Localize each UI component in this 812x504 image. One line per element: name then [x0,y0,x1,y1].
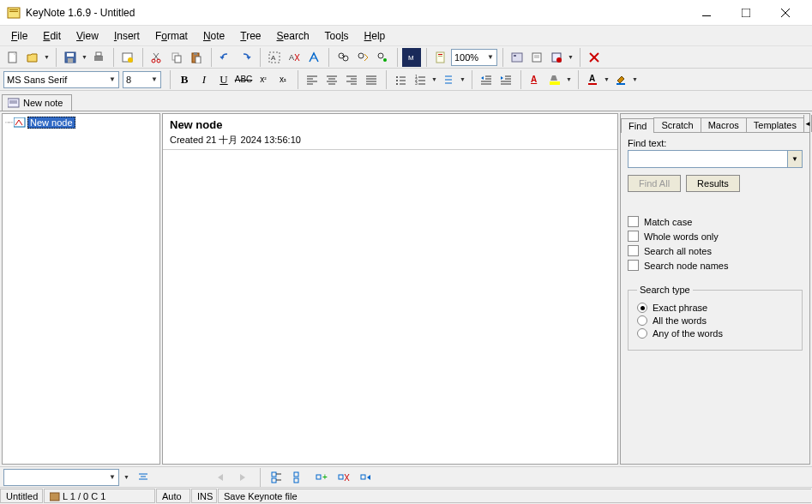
tree-delete-icon[interactable] [334,468,353,487]
text-color-dropdown-icon[interactable]: ▼ [603,70,611,89]
menu-note[interactable]: Note [195,27,232,45]
open-file-icon[interactable] [23,48,42,67]
editor-panel[interactable]: New node Created 21 十月 2024 13:56:10 [162,113,618,465]
find-next-icon[interactable] [373,48,392,67]
indent-icon[interactable] [496,70,515,89]
properties-icon[interactable] [527,48,546,67]
tree-move-icon[interactable] [357,468,376,487]
redo-icon[interactable] [236,48,255,67]
svg-rect-38 [436,52,444,63]
align-right-icon[interactable] [342,70,361,89]
tree-collapse-icon[interactable] [290,468,309,487]
sidebar-tab-left-icon[interactable]: ◄ [803,115,811,132]
bg-color-dropdown-icon[interactable]: ▼ [631,70,639,89]
bullets-icon[interactable] [391,70,410,89]
line-spacing-dropdown-icon[interactable]: ▼ [459,70,466,89]
find-all-button[interactable]: Find All [628,175,681,192]
copy-icon[interactable] [167,48,186,67]
menu-tree[interactable]: Tree [232,27,268,45]
search-all-notes-checkbox[interactable]: Search all notes [628,245,803,256]
numbering-icon[interactable]: 123 [411,70,430,89]
menu-help[interactable]: Help [357,27,394,45]
search-node-names-checkbox[interactable]: Search node names [628,260,803,271]
new-file-icon[interactable] [3,48,22,67]
style-dropdown-icon[interactable]: ▼ [123,468,130,487]
menu-search[interactable]: Search [269,27,317,45]
nav-back-icon[interactable] [211,468,230,487]
match-case-checkbox[interactable]: Match case [628,216,803,227]
paste-icon[interactable] [187,48,206,67]
line-spacing-icon[interactable] [439,70,458,89]
find-icon[interactable] [334,48,352,67]
size-combo[interactable]: 8▼ [123,71,161,88]
maximize-button[interactable] [726,0,766,26]
select-all-icon[interactable]: A [265,48,284,67]
minimize-button[interactable] [687,0,726,26]
replace-icon[interactable] [353,48,372,67]
menu-insert[interactable]: Insert [106,27,147,45]
undo-icon[interactable] [216,48,235,67]
delete-icon[interactable] [585,48,604,67]
underline-icon[interactable]: U [214,70,233,89]
template-icon[interactable] [431,48,450,67]
all-words-radio[interactable]: All the words [637,315,793,326]
nav-forward-icon[interactable] [233,468,252,487]
print-icon[interactable] [89,48,108,67]
superscript-icon[interactable]: x² [254,70,273,89]
save-dropdown-icon[interactable]: ▼ [81,48,88,67]
editor-body[interactable] [163,150,617,464]
find-dropdown-icon[interactable]: ▼ [787,151,802,167]
style-icon[interactable] [304,48,323,67]
menu-format[interactable]: Format [147,27,195,45]
exact-phrase-radio[interactable]: Exact phrase [637,303,793,313]
tree-expand-icon[interactable] [268,468,286,487]
tree-node-icon [14,117,26,128]
menu-file[interactable]: File [3,27,35,45]
text-color-icon[interactable]: A [583,70,602,89]
sidebar-tab-find[interactable]: Find [621,118,654,133]
sidebar-tab-scratch[interactable]: Scratch [653,117,701,132]
note-tab[interactable]: New note [2,94,72,111]
tree-node-label[interactable]: New node [27,117,75,129]
style-combo[interactable]: ▼ [3,469,119,486]
menu-edit[interactable]: Edit [35,27,69,45]
results-button[interactable]: Results [686,175,740,192]
outdent-icon[interactable] [477,70,496,89]
alarm-dropdown-icon[interactable]: ▼ [567,48,574,67]
bold-icon[interactable]: B [175,70,194,89]
find-text-input[interactable]: ▼ [628,150,803,168]
strikethrough-icon[interactable]: ABC [234,70,253,89]
align-justify-icon[interactable] [362,70,381,89]
sidebar-tab-macros[interactable]: Macros [701,117,747,132]
sidebar-tab-templates[interactable]: Templates [746,117,804,132]
align-left-icon[interactable] [303,70,322,89]
bg-color-icon[interactable] [611,70,630,89]
any-words-radio[interactable]: Any of the words [637,328,793,339]
cut-icon[interactable] [147,48,166,67]
note-properties-icon[interactable] [118,48,137,67]
tree-node[interactable]: ┈┈ New node [5,117,157,129]
align-center-icon[interactable] [322,70,341,89]
subscript-icon[interactable]: x₂ [274,70,292,89]
apply-style-icon[interactable] [134,468,153,487]
zoom-combo[interactable]: 100%▼ [451,49,497,66]
whole-words-checkbox[interactable]: Whole words only [628,231,803,242]
menu-tools[interactable]: Tools [317,27,357,45]
alarm-icon[interactable] [547,48,566,67]
clear-format-icon[interactable]: A [285,48,304,67]
tree-add-icon[interactable]: + [312,468,331,487]
close-button[interactable] [766,0,805,26]
highlight-dropdown-icon[interactable]: ▼ [565,70,573,89]
font-color-icon[interactable]: A [526,70,544,89]
numbering-dropdown-icon[interactable]: ▼ [430,70,438,89]
open-dropdown-icon[interactable]: ▼ [43,48,51,67]
svg-rect-42 [514,55,516,57]
highlight-icon[interactable] [545,70,564,89]
italic-icon[interactable]: I [195,70,214,89]
options-icon[interactable] [508,48,526,67]
menu-view[interactable]: View [69,27,106,45]
macro-icon[interactable]: M [402,48,421,67]
font-combo[interactable]: MS Sans Serif▼ [3,71,119,88]
save-icon[interactable] [61,48,80,67]
tree-panel[interactable]: ┈┈ New node [2,113,160,465]
